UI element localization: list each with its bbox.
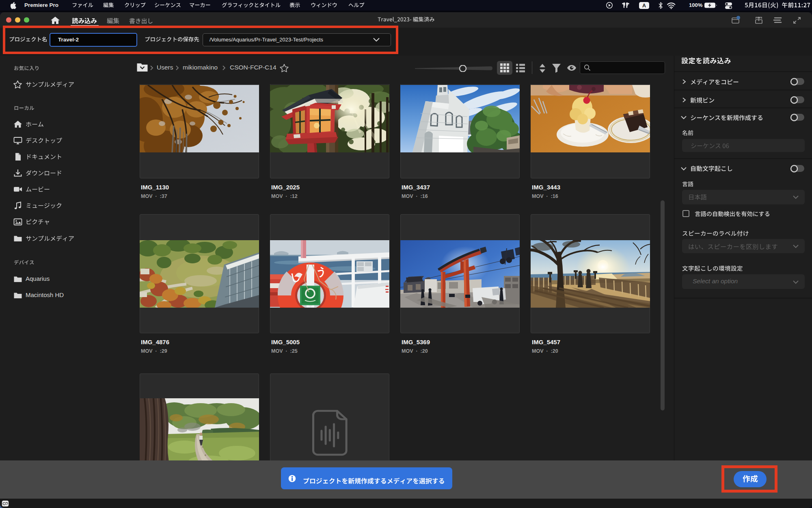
svg-text:A: A [642, 3, 646, 9]
svg-text:う: う [315, 265, 328, 278]
